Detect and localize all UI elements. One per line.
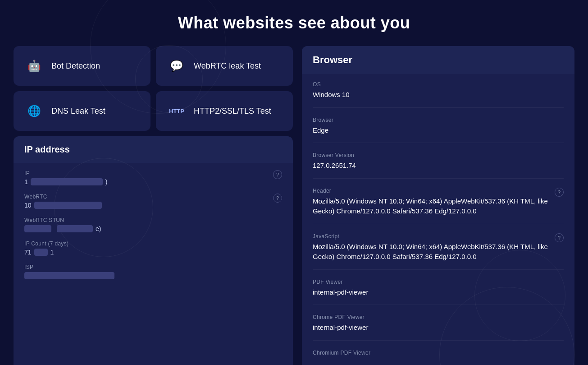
ip-field: IP 1 ) ? — [24, 170, 282, 185]
os-value: Windows 10 — [313, 90, 564, 100]
isp-blurred — [24, 272, 114, 279]
isp-label: ISP — [24, 264, 282, 270]
browser-panel: Browser OS Windows 10 Browser Edge — [302, 46, 574, 365]
bot-icon: 🤖 — [24, 56, 44, 76]
webrtc-blurred — [34, 202, 102, 209]
webrtc-label: WebRTC — [24, 194, 282, 200]
chromium-pdf-viewer-label: Chromium PDF Viewer — [313, 350, 564, 356]
browser-version-label: Browser Version — [313, 152, 564, 158]
ip-panel-body: IP 1 ) ? WebRTC 10 — [14, 163, 293, 295]
browser-version-field: Browser Version 127.0.2651.74 — [313, 152, 564, 179]
ip-label: IP — [24, 170, 282, 176]
chrome-pdf-viewer-value: internal-pdf-viewer — [313, 323, 564, 333]
chromium-pdf-viewer-field: Chromium PDF Viewer — [313, 350, 564, 365]
browser-name-field: Browser Edge — [313, 117, 564, 143]
header-value: Mozilla/5.0 (Windows NT 10.0; Win64; x64… — [313, 196, 564, 217]
ip-count-label: IP Count (7 days) — [24, 240, 282, 247]
bot-detection-button[interactable]: 🤖 Bot Detection — [14, 46, 150, 86]
stun-blurred-1 — [24, 225, 51, 232]
ip-help-icon[interactable]: ? — [273, 170, 282, 179]
browser-name-value: Edge — [313, 125, 564, 136]
webrtc-help-icon[interactable]: ? — [273, 194, 282, 203]
pdf-viewer-label: PDF Viewer — [313, 279, 564, 285]
javascript-field: JavaScript Mozilla/5.0 (Windows NT 10.0;… — [313, 233, 564, 270]
browser-panel-title: Browser — [313, 54, 352, 65]
browser-version-value: 127.0.2651.74 — [313, 161, 564, 171]
webrtc-icon: 💬 — [167, 56, 187, 76]
header-field: Header Mozilla/5.0 (Windows NT 10.0; Win… — [313, 188, 564, 224]
browser-name-label: Browser — [313, 117, 564, 123]
left-column: 🤖 Bot Detection 💬 WebRTC leak Test 🌐 DNS… — [14, 46, 293, 365]
header-help-icon[interactable]: ? — [555, 188, 564, 197]
webrtc-stun-label: WebRTC STUN — [24, 217, 282, 223]
dns-leak-label: DNS Leak Test — [51, 106, 105, 116]
webrtc-value: 10 — [24, 202, 282, 209]
count-blurred — [34, 249, 48, 256]
http-icon: HTTP — [167, 101, 187, 121]
browser-panel-header: Browser — [302, 46, 574, 74]
http2-ssl-label: HTTP2/SSL/TLS Test — [194, 106, 271, 116]
chrome-pdf-viewer-field: Chrome PDF Viewer internal-pdf-viewer — [313, 314, 564, 341]
webrtc-field: WebRTC 10 ? — [24, 194, 282, 209]
javascript-label: JavaScript — [313, 233, 564, 240]
ip-panel-title: IP address — [24, 144, 70, 154]
main-content: 🤖 Bot Detection 💬 WebRTC leak Test 🌐 DNS… — [0, 42, 588, 365]
dns-icon: 🌐 — [24, 101, 44, 121]
http2-ssl-tls-button[interactable]: HTTP HTTP2/SSL/TLS Test — [156, 91, 293, 131]
webrtc-leak-test-button[interactable]: 💬 WebRTC leak Test — [156, 46, 293, 86]
isp-field: ISP — [24, 264, 282, 279]
webrtc-leak-label: WebRTC leak Test — [194, 61, 261, 71]
bot-detection-label: Bot Detection — [51, 61, 100, 71]
ip-count-value: 71 1 — [24, 249, 282, 256]
ip-value: 1 ) — [24, 178, 282, 185]
ip-address-panel: IP address IP 1 ) ? — [14, 136, 293, 365]
ip-panel-header: IP address — [14, 136, 293, 163]
chrome-pdf-viewer-label: Chrome PDF Viewer — [313, 314, 564, 320]
ip-count-field: IP Count (7 days) 71 1 — [24, 240, 282, 256]
os-field: OS Windows 10 — [313, 81, 564, 108]
page-title: What websites see about you — [9, 14, 579, 32]
nav-grid: 🤖 Bot Detection 💬 WebRTC leak Test 🌐 DNS… — [14, 46, 293, 131]
javascript-value: Mozilla/5.0 (Windows NT 10.0; Win64; x64… — [313, 242, 564, 262]
pdf-viewer-value: internal-pdf-viewer — [313, 287, 564, 298]
pdf-viewer-field: PDF Viewer internal-pdf-viewer — [313, 279, 564, 305]
webrtc-stun-field: WebRTC STUN e) — [24, 217, 282, 232]
isp-value — [24, 272, 282, 279]
javascript-help-icon[interactable]: ? — [555, 233, 564, 242]
webrtc-stun-value: e) — [24, 225, 282, 232]
page-header: What websites see about you — [0, 0, 588, 42]
ip-blurred — [31, 178, 103, 185]
os-label: OS — [313, 81, 564, 88]
header-label: Header — [313, 188, 564, 194]
dns-leak-test-button[interactable]: 🌐 DNS Leak Test — [14, 91, 150, 131]
browser-panel-body: OS Windows 10 Browser Edge Browser Versi… — [302, 74, 574, 365]
stun-blurred-2 — [57, 225, 93, 232]
